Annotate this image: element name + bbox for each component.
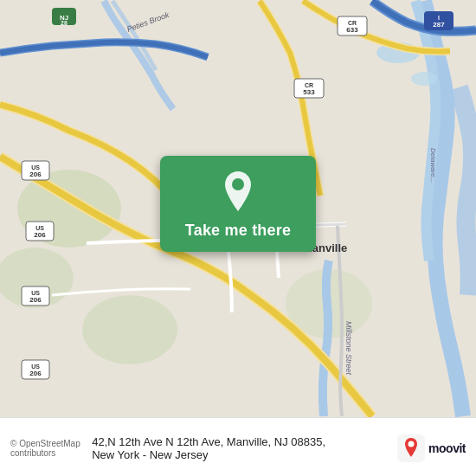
svg-point-37 — [408, 441, 415, 447]
svg-text:US: US — [35, 225, 44, 231]
address-block: 42,N 12th Ave N 12th Ave, Manville, NJ 0… — [87, 435, 397, 461]
svg-text:CR: CR — [305, 82, 313, 88]
svg-text:287: 287 — [433, 21, 445, 29]
svg-text:28: 28 — [61, 20, 68, 26]
svg-text:Delaware...: Delaware... — [429, 148, 437, 183]
svg-point-2 — [411, 72, 437, 86]
bottom-bar: © OpenStreetMap contributors 42,N 12th A… — [0, 417, 476, 476]
action-card[interactable]: Take me there — [160, 156, 316, 252]
svg-text:US: US — [31, 363, 40, 370]
moovit-logo: moovit — [397, 434, 466, 462]
moovit-text: moovit — [428, 441, 466, 455]
map-area[interactable]: NJ 28 US 206 US 206 US 206 US 206 CR 533 — [0, 0, 476, 417]
map-attribution: © OpenStreetMap contributors — [10, 439, 87, 458]
location-pin-icon — [220, 170, 256, 215]
svg-text:206: 206 — [34, 231, 46, 239]
route-text: New York - New Jersey — [92, 448, 397, 461]
svg-text:US: US — [31, 164, 40, 170]
svg-point-35 — [232, 178, 244, 190]
app-container: NJ 28 US 206 US 206 US 206 US 206 CR 533 — [0, 0, 476, 476]
take-me-there-button[interactable]: Take me there — [185, 222, 291, 240]
svg-text:633: 633 — [346, 26, 358, 34]
svg-point-5 — [82, 295, 177, 364]
svg-text:206: 206 — [29, 370, 42, 377]
svg-text:206: 206 — [29, 170, 42, 178]
address-text: 42,N 12th Ave N 12th Ave, Manville, NJ 0… — [92, 435, 397, 448]
svg-text:CR: CR — [348, 20, 357, 26]
svg-text:I: I — [438, 15, 440, 21]
svg-text:206: 206 — [29, 296, 42, 304]
svg-text:Millstone Street: Millstone Street — [344, 321, 353, 376]
moovit-icon — [397, 434, 425, 462]
svg-text:US: US — [31, 290, 40, 296]
svg-text:533: 533 — [303, 88, 315, 96]
